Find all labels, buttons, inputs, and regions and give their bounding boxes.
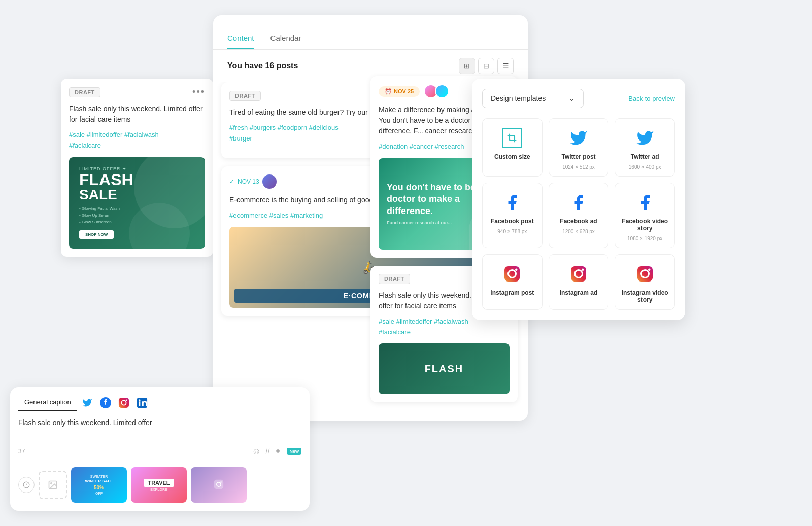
back-to-preview-link[interactable]: Back to preview: [628, 95, 675, 102]
instagram-post-icon: [501, 263, 523, 285]
left-post-hashtags: #sale #limitedoffer #facialwash#facialca…: [69, 130, 205, 151]
svg-rect-14: [139, 401, 140, 406]
facebook-post-icon: [501, 191, 523, 214]
main-tabs-header: Content Calendar: [213, 15, 528, 50]
linkedin-caption-tab[interactable]: [135, 396, 149, 410]
facebook-video-story-icon: [634, 191, 656, 214]
left-post-card: DRAFT ••• Flash sale only this weekend. …: [61, 79, 213, 257]
right-flash-image: FLASH: [379, 343, 510, 394]
draft-badge: DRAFT: [69, 87, 100, 97]
template-instagram-post[interactable]: Instagram post: [482, 254, 543, 310]
template-custom-size[interactable]: Custom size: [482, 118, 543, 177]
facebook-video-story-label: Facebook video story: [619, 218, 670, 232]
facebook-ad-label: Facebook ad: [560, 218, 597, 225]
flash-label: FLASH: [79, 171, 133, 188]
new-badge: New: [287, 448, 301, 455]
svg-rect-0: [504, 266, 520, 282]
magic-button[interactable]: ✦: [274, 446, 282, 457]
facebook-post-label: Facebook post: [491, 218, 534, 225]
caption-text: Flash sale only this weekend. Limited of…: [18, 418, 152, 427]
nov25-badge: ⏰ NOV 25: [379, 86, 420, 97]
design-templates-select[interactable]: Design templates ⌄: [482, 89, 584, 108]
template-twitter-post[interactable]: Twitter post 1024 × 512 px: [549, 118, 609, 177]
template-facebook-ad[interactable]: Facebook ad 1200 × 628 px: [549, 183, 609, 248]
posts-count: You have 16 posts: [227, 61, 298, 71]
caption-input[interactable]: Flash sale only this weekend. Limited of…: [10, 411, 310, 442]
svg-point-8: [648, 269, 651, 271]
svg-point-5: [582, 269, 584, 271]
twitter-post-icon: [567, 127, 590, 149]
template-instagram-video-story[interactable]: Instagram video story: [615, 254, 675, 310]
instagram-video-story-icon: [634, 263, 656, 285]
svg-rect-3: [571, 266, 586, 282]
instagram-caption-tab[interactable]: [117, 396, 131, 410]
thumb-travel[interactable]: TRAVEL EXPLORE: [131, 467, 187, 503]
svg-point-12: [125, 399, 127, 401]
instagram-ad-label: Instagram ad: [560, 289, 598, 296]
twitter-ad-size: 1600 × 400 px: [629, 164, 661, 170]
template-twitter-ad[interactable]: Twitter ad 1600 × 400 px: [615, 118, 675, 177]
post-burger-draft-badge: DRAFT: [229, 91, 261, 101]
nov25-date: NOV 25: [394, 88, 414, 94]
list-view-button[interactable]: ☰: [497, 58, 514, 74]
more-options-icon[interactable]: •••: [192, 87, 205, 97]
nov13-date: NOV 13: [238, 178, 259, 185]
thumb-sweater[interactable]: SWEATER WINTER SALE 50% OFF: [71, 467, 127, 503]
facebook-post-size: 940 × 788 px: [497, 229, 527, 234]
templates-grid: Custom size Twitter post 1024 × 512 px T…: [482, 118, 675, 310]
emoji-button[interactable]: ☺: [252, 446, 261, 457]
checkmark-icon: ✓: [229, 178, 234, 185]
svg-point-15: [139, 399, 140, 401]
template-facebook-video-story[interactable]: Facebook video story 1080 × 1920 px: [615, 183, 675, 248]
hashtag-button[interactable]: #: [265, 446, 270, 457]
custom-size-icon: [501, 127, 523, 149]
facebook-ad-icon: [567, 191, 590, 214]
thumb-instagram[interactable]: [191, 467, 247, 503]
instagram-video-story-label: Instagram video story: [619, 289, 670, 303]
nov13-approved-badge: ✓ NOV 13: [229, 174, 277, 189]
grid-view-button[interactable]: ⊞: [459, 58, 475, 74]
add-image-button[interactable]: [39, 471, 67, 499]
design-templates-header: Design templates ⌄ Back to preview: [482, 89, 675, 108]
svg-rect-10: [119, 397, 129, 407]
caption-actions: ☺ # ✦ New: [252, 446, 301, 457]
clock-icon: ⏰: [385, 88, 392, 95]
tab-calendar[interactable]: Calendar: [270, 27, 301, 49]
design-templates-label: Design templates: [491, 94, 546, 102]
general-caption-tab[interactable]: General caption: [18, 394, 77, 411]
chevron-down-icon: ⌄: [569, 94, 575, 102]
facebook-caption-tab[interactable]: [98, 396, 113, 410]
info-icon[interactable]: [18, 477, 35, 493]
avatar-2: [435, 84, 449, 98]
twitter-post-size: 1024 × 512 px: [562, 164, 595, 170]
caption-tabs: General caption: [10, 387, 310, 411]
template-facebook-post[interactable]: Facebook post 940 × 788 px: [482, 183, 543, 248]
view-controls: ⊞ ⊟ ☰: [459, 58, 514, 74]
custom-size-label: Custom size: [494, 153, 530, 160]
two-col-view-button[interactable]: ⊟: [478, 58, 494, 74]
twitter-caption-tab[interactable]: [80, 396, 94, 410]
avatar-group: [424, 84, 449, 98]
twitter-ad-label: Twitter ad: [631, 153, 659, 160]
svg-point-20: [51, 483, 52, 484]
items-list: • Glowing Facial Wash• Glow Up Serum• Gl…: [79, 206, 120, 225]
svg-rect-21: [214, 480, 223, 489]
tab-content[interactable]: Content: [227, 27, 254, 49]
right-flash-draft-badge: DRAFT: [379, 274, 410, 284]
twitter-ad-icon: [634, 127, 656, 149]
svg-point-2: [515, 269, 518, 271]
caption-footer: 37 ☺ # ✦ New: [10, 442, 310, 463]
shop-now-button[interactable]: SHOP NOW: [79, 230, 114, 239]
facebook-video-story-size: 1080 × 1920 px: [627, 236, 662, 241]
caption-panel: General caption: [10, 387, 310, 511]
svg-rect-6: [637, 266, 653, 282]
twitter-post-label: Twitter post: [561, 153, 595, 160]
crop-icon: [502, 128, 522, 148]
svg-point-23: [220, 481, 222, 483]
design-templates-panel: Design templates ⌄ Back to preview Custo…: [472, 79, 685, 320]
char-count: 37: [18, 448, 25, 455]
left-post-card-header: DRAFT •••: [69, 87, 205, 97]
left-post-image: Limited Offer ✦ FLASH SALE • Glowing Fac…: [69, 157, 205, 249]
template-instagram-ad[interactable]: Instagram ad: [549, 254, 609, 310]
image-thumbnails: SWEATER WINTER SALE 50% OFF TRAVEL EXPLO…: [10, 463, 310, 511]
